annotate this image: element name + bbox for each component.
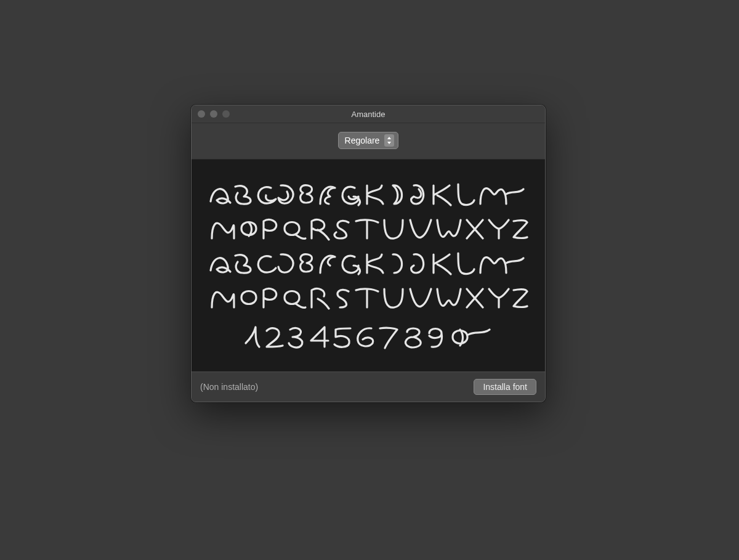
window-controls: [192, 110, 230, 118]
chevron-up-down-icon: [384, 134, 394, 147]
install-font-button[interactable]: Installa font: [474, 379, 536, 395]
glyph-preview: [192, 160, 545, 371]
close-icon[interactable]: [198, 110, 205, 118]
font-style-select[interactable]: Regolare: [338, 132, 399, 149]
zoom-icon[interactable]: [222, 110, 230, 118]
glyph-row-upper-1: [205, 178, 531, 209]
window-title: Amantide: [192, 110, 545, 119]
font-style-selected: Regolare: [345, 136, 385, 145]
glyph-row-lower-1: [205, 247, 531, 278]
glyph-row-lower-2: [205, 282, 531, 312]
minimize-icon[interactable]: [210, 110, 217, 118]
glyph-row-digits: [205, 321, 531, 352]
footer: (Non installato) Installa font: [192, 371, 545, 402]
titlebar: Amantide: [192, 105, 545, 123]
toolbar: Regolare: [192, 123, 545, 160]
glyph-row-upper-2: [205, 213, 531, 243]
install-status: (Non installato): [200, 382, 258, 392]
font-preview-window: Amantide Regolare: [191, 105, 546, 402]
